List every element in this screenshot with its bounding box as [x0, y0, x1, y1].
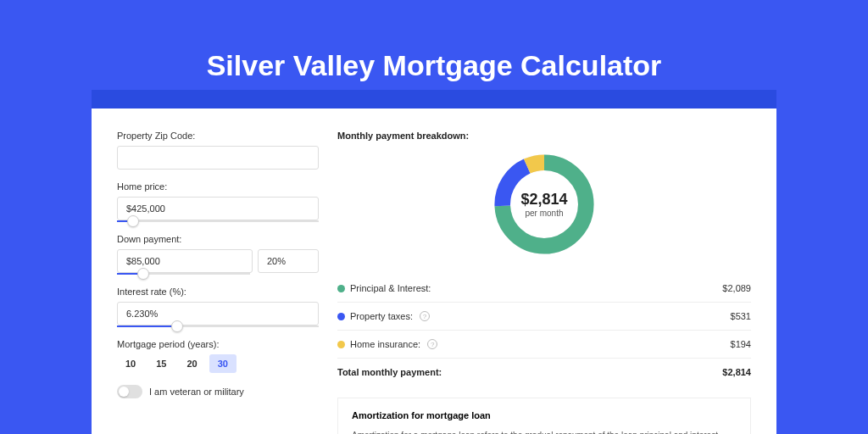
- veteran-toggle-knob: [119, 387, 129, 397]
- zip-block: Property Zip Code:: [117, 131, 319, 170]
- breakdown-heading: Monthly payment breakdown:: [337, 131, 751, 141]
- total-label: Total monthly payment:: [337, 367, 442, 377]
- zip-label: Property Zip Code:: [117, 131, 319, 141]
- page-title: Silver Valley Mortgage Calculator: [0, 0, 868, 82]
- calculator-panel: Property Zip Code: Home price: Down paym…: [92, 108, 776, 434]
- legend-dot-icon: [337, 313, 345, 320]
- legend-label: Principal & Interest:: [350, 283, 431, 293]
- total-value: $2,814: [722, 367, 751, 377]
- info-icon[interactable]: ?: [420, 311, 430, 321]
- donut-chart-wrap: $2,814 per month: [337, 149, 751, 259]
- amortization-body: Amortization for a mortgage loan refers …: [352, 429, 737, 434]
- interest-slider-knob[interactable]: [171, 320, 183, 332]
- period-option-20[interactable]: 20: [179, 354, 206, 373]
- panel-shadow: Property Zip Code: Home price: Down paym…: [92, 90, 776, 434]
- info-icon[interactable]: ?: [427, 339, 437, 349]
- legend-dot-icon: [337, 341, 345, 348]
- down-payment-input[interactable]: [117, 249, 253, 273]
- breakdown-column: Monthly payment breakdown: $2,814 per mo…: [337, 131, 751, 434]
- donut-amount: $2,814: [520, 191, 567, 209]
- amortization-card: Amortization for mortgage loan Amortizat…: [337, 398, 751, 434]
- legend-left: Principal & Interest:: [337, 283, 431, 293]
- interest-slider[interactable]: [117, 326, 319, 327]
- down-payment-pct-input[interactable]: [258, 249, 319, 273]
- legend-row: Home insurance:?$194: [337, 331, 751, 359]
- legend-label: Home insurance:: [350, 339, 420, 349]
- page-root: Silver Valley Mortgage Calculator Proper…: [0, 0, 868, 434]
- interest-slider-fill: [117, 326, 177, 327]
- form-column: Property Zip Code: Home price: Down paym…: [117, 131, 319, 434]
- period-option-15[interactable]: 15: [147, 354, 175, 373]
- interest-label: Interest rate (%):: [117, 287, 319, 297]
- legend-left: Home insurance:?: [337, 339, 437, 349]
- interest-block: Interest rate (%):: [117, 287, 319, 327]
- legend: Principal & Interest:$2,089Property taxe…: [337, 275, 751, 359]
- home-price-block: Home price:: [117, 181, 319, 222]
- down-payment-slider-knob[interactable]: [137, 268, 149, 280]
- veteran-label: I am veteran or military: [149, 387, 244, 397]
- legend-row: Property taxes:?$531: [337, 303, 751, 331]
- total-row: Total monthly payment: $2,814: [337, 359, 751, 391]
- amortization-title: Amortization for mortgage loan: [352, 410, 737, 420]
- veteran-row: I am veteran or military: [117, 385, 319, 398]
- home-price-input[interactable]: [117, 197, 319, 220]
- zip-input[interactable]: [117, 146, 319, 170]
- donut-center: $2,814 per month: [489, 149, 599, 259]
- period-option-30[interactable]: 30: [209, 354, 236, 373]
- legend-row: Principal & Interest:$2,089: [337, 275, 751, 303]
- donut-chart: $2,814 per month: [489, 149, 599, 259]
- period-block: Mortgage period (years): 10152030: [117, 339, 319, 373]
- legend-value: $531: [731, 311, 751, 321]
- legend-label: Property taxes:: [350, 311, 413, 321]
- veteran-toggle[interactable]: [117, 385, 142, 398]
- period-options: 10152030: [117, 354, 319, 373]
- legend-value: $194: [731, 339, 751, 349]
- down-payment-label: Down payment:: [117, 234, 319, 244]
- period-option-10[interactable]: 10: [117, 354, 144, 373]
- legend-value: $2,089: [722, 283, 751, 293]
- down-payment-block: Down payment:: [117, 234, 319, 275]
- interest-input[interactable]: [117, 302, 319, 326]
- period-label: Mortgage period (years):: [117, 339, 319, 349]
- legend-left: Property taxes:?: [337, 311, 430, 321]
- home-price-slider[interactable]: [117, 220, 319, 222]
- home-price-slider-knob[interactable]: [127, 215, 139, 227]
- legend-dot-icon: [337, 285, 345, 292]
- home-price-label: Home price:: [117, 181, 319, 192]
- down-payment-slider[interactable]: [117, 273, 250, 275]
- donut-sub: per month: [525, 209, 563, 218]
